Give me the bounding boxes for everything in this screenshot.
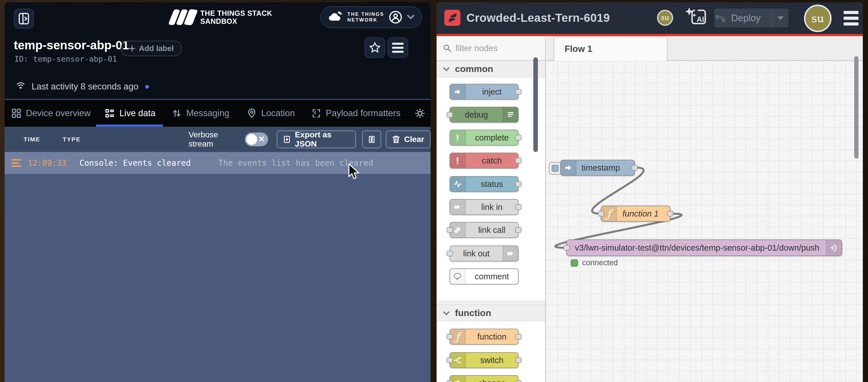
sidebar-toggle-button[interactable]: [14, 9, 34, 29]
tab-live-data[interactable]: Live data: [105, 100, 156, 127]
output-port[interactable]: [515, 380, 522, 382]
chevron-down-icon: [407, 14, 414, 20]
palette-node-comment[interactable]: comment: [450, 269, 519, 284]
event-stream-icon: [11, 159, 21, 167]
inject-trigger-button[interactable]: [549, 162, 561, 175]
caret-down-icon: [777, 16, 784, 20]
deploy-options-button[interactable]: [772, 9, 788, 28]
network-line1: THE THINGS: [347, 11, 384, 17]
messaging-arrows-icon: [172, 108, 182, 118]
user-avatar[interactable]: su: [804, 5, 832, 32]
hamburger-icon: [392, 43, 404, 53]
brand-line2: SANDBOX: [200, 17, 272, 25]
output-port[interactable]: [515, 204, 522, 210]
palette-node-link-out[interactable]: link out: [450, 245, 519, 262]
device-tabs: Device overview Live data Messaging: [5, 100, 431, 127]
tab-label: Device overview: [26, 108, 91, 118]
network-line2: NETWORK: [347, 17, 384, 23]
link-in-icon: [450, 200, 466, 214]
input-port[interactable]: [446, 251, 453, 256]
input-port[interactable]: [446, 380, 453, 382]
live-data-toolbar: TIME TYPE Verbose stream ✕ Export as JSO…: [5, 127, 431, 152]
palette-node-change[interactable]: change: [450, 375, 519, 382]
event-row[interactable]: 12:09:33 Console: Events cleared The eve…: [5, 152, 431, 174]
deploy-label: Deploy: [731, 12, 761, 24]
device-menu-button[interactable]: [388, 37, 408, 58]
input-port[interactable]: [446, 112, 453, 117]
search-icon: [443, 44, 452, 53]
flow-project-title: Crowded-Least-Tern-6019: [466, 11, 610, 24]
ai-sparkle-icon: AI: [682, 7, 708, 30]
flow-tab-label: Flow 1: [565, 44, 592, 54]
add-label-button[interactable]: Add label: [121, 41, 182, 56]
verbose-stream-toggle[interactable]: ✕: [245, 133, 268, 146]
output-port[interactable]: [515, 334, 522, 340]
gear-icon: [414, 108, 426, 119]
palette-node-debug[interactable]: debug: [450, 107, 519, 123]
canvas-node-function1[interactable]: ƒ function 1: [601, 206, 671, 222]
output-port[interactable]: [515, 181, 522, 187]
header-accent-bar: [437, 34, 863, 36]
palette-node-complete[interactable]: ! complete: [450, 130, 519, 146]
palette-node-link-call[interactable]: link call: [450, 222, 519, 238]
input-port[interactable]: [446, 227, 453, 233]
broadcast-icon: [15, 81, 26, 92]
output-port[interactable]: [631, 165, 638, 171]
output-port[interactable]: [515, 158, 522, 164]
filter-nodes-input[interactable]: [456, 43, 530, 53]
output-port[interactable]: [515, 135, 522, 141]
input-port[interactable]: [563, 245, 570, 251]
palette-scrollbar[interactable]: [533, 57, 538, 152]
canvas-node-mqtt-out[interactable]: v3/lwn-simulator-test@ttn/devices/temp-s…: [566, 240, 842, 256]
status-dot-connected: [570, 259, 578, 267]
link-out-icon: [503, 246, 518, 261]
canvas-node-timestamp[interactable]: timestamp: [560, 160, 635, 176]
input-port[interactable]: [598, 211, 604, 216]
tab-location[interactable]: Location: [247, 100, 295, 127]
live-data-settings-button[interactable]: [414, 100, 426, 127]
tab-payload-formatters[interactable]: Payload formatters: [311, 100, 400, 127]
palette-node-switch[interactable]: switch: [450, 352, 519, 368]
user-badge-small[interactable]: su: [657, 10, 673, 26]
plus-icon: [129, 45, 135, 52]
output-port[interactable]: [515, 89, 522, 95]
last-activity-text: Last activity 8 seconds ago: [32, 81, 138, 92]
output-port[interactable]: [515, 227, 522, 233]
flow-canvas[interactable]: [546, 61, 863, 382]
palette-node-inject[interactable]: inject: [450, 84, 519, 100]
input-port[interactable]: [446, 334, 453, 340]
pause-stream-button[interactable]: [362, 131, 381, 148]
ttn-header-bar: THE THINGS STACK SANDBOX THE THINGS NETW…: [5, 2, 431, 34]
event-type: Console: Events cleared: [80, 158, 191, 168]
tab-messaging[interactable]: Messaging: [172, 100, 229, 127]
add-label-text: Add label: [139, 44, 174, 53]
section-label: function: [455, 308, 491, 318]
palette-node-status[interactable]: status: [450, 176, 519, 192]
workspace-tabbar: Flow 1: [546, 36, 863, 61]
input-port[interactable]: [446, 357, 453, 363]
download-icon: [283, 135, 291, 144]
exclamation-icon: !: [450, 153, 466, 168]
palette-node-catch[interactable]: ! catch: [450, 152, 519, 169]
ai-assistant-button[interactable]: AI: [682, 7, 708, 30]
location-pin-icon: [247, 108, 257, 118]
palette-section-function[interactable]: function: [437, 305, 545, 321]
network-selector[interactable]: THE THINGS NETWORK: [320, 6, 422, 28]
pause-icon: [369, 135, 375, 143]
bookmark-star-button[interactable]: [365, 37, 385, 58]
palette-section-common[interactable]: common: [437, 61, 545, 77]
brand-line1: THE THINGS STACK: [200, 9, 272, 17]
palette-node-link-in[interactable]: link in: [450, 199, 519, 215]
output-port[interactable]: [515, 357, 522, 363]
canvas-scrollbar[interactable]: [854, 56, 859, 159]
output-port[interactable]: [667, 211, 673, 216]
flow-tab[interactable]: Flow 1: [554, 37, 668, 61]
tab-device-overview[interactable]: Device overview: [11, 100, 91, 127]
clear-events-button[interactable]: Clear: [386, 131, 431, 148]
deploy-button[interactable]: Deploy: [714, 9, 788, 28]
nodered-logo: [444, 10, 460, 26]
export-json-button[interactable]: Export as JSON: [277, 131, 356, 148]
palette-node-function[interactable]: ƒ function: [450, 329, 519, 345]
tab-label: Messaging: [186, 108, 229, 118]
main-menu-button[interactable]: [844, 11, 859, 26]
